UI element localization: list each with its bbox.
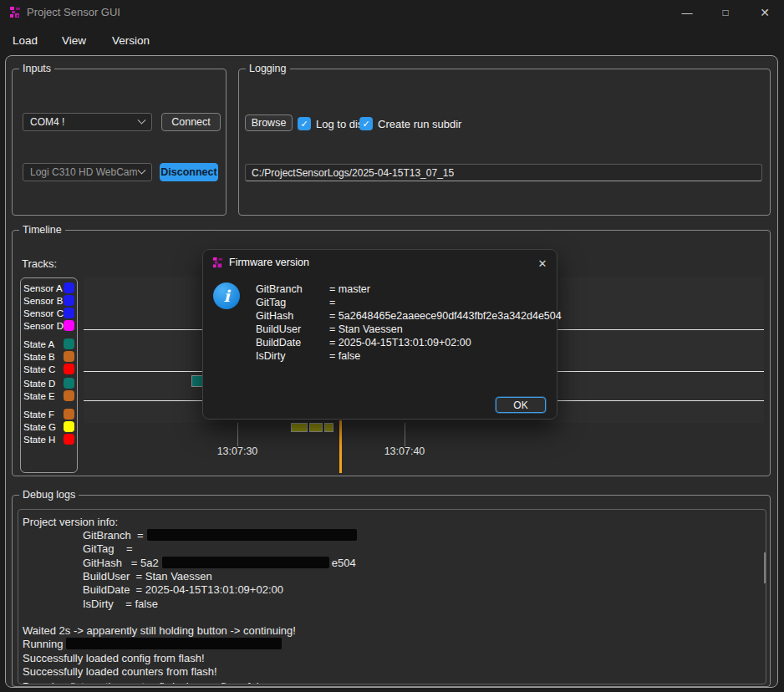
track-item[interactable]: State D xyxy=(23,377,74,389)
track-item[interactable]: State C xyxy=(23,363,74,375)
log-to-disk-checkbox[interactable]: ✓ xyxy=(298,117,311,130)
log-line: GitHash = 5a2e504 xyxy=(83,556,759,569)
create-run-subdir-label: Create run subdir xyxy=(378,118,461,130)
track-label: State B xyxy=(23,352,64,362)
dialog-row-value: = xyxy=(329,297,335,308)
log-line-clipped: Dumping (interesting parts of) device co… xyxy=(23,679,759,684)
track-item[interactable]: State F xyxy=(23,408,74,420)
menu-load[interactable]: Load xyxy=(8,33,43,48)
track-label: State A xyxy=(23,339,64,349)
track-label: State C xyxy=(23,364,64,374)
dialog-row-value: = 5a2648465e2aaeece90df443fbf2e3a342d4e5… xyxy=(329,310,562,322)
dialog-row-key: BuildUser xyxy=(256,323,301,335)
window-title: Project Sensor GUI xyxy=(27,6,120,18)
dialog-row-key: GitBranch xyxy=(256,283,303,295)
log-line: Running xyxy=(23,637,759,650)
browse-button[interactable]: Browse xyxy=(245,114,293,131)
track-item[interactable]: State H xyxy=(23,433,74,445)
camera-value: Logi C310 HD WebCam xyxy=(30,166,139,178)
log-line: IsDirty = false xyxy=(83,597,759,610)
track-label: Sensor D xyxy=(23,321,64,331)
com-port-value: COM4 ! xyxy=(30,116,139,128)
track-color-chip xyxy=(64,409,74,420)
track-label: Sensor A xyxy=(23,283,64,293)
track-item[interactable]: State A xyxy=(23,338,74,350)
com-port-select[interactable]: COM4 ! xyxy=(23,113,152,131)
maximize-button[interactable]: □ xyxy=(706,0,745,25)
track-color-chip xyxy=(64,295,74,306)
track-color-chip xyxy=(64,308,74,318)
track-item[interactable]: State E xyxy=(23,389,74,402)
create-run-subdir-checkbox[interactable]: ✓ xyxy=(359,117,373,130)
menu-view[interactable]: View xyxy=(57,33,91,48)
chevron-down-icon xyxy=(138,115,146,124)
track-label: State H xyxy=(23,435,64,445)
track-item[interactable]: State G xyxy=(23,420,74,433)
disconnect-button-label: Disconnect xyxy=(160,166,216,178)
axis-event-marker[interactable] xyxy=(324,423,333,432)
dialog-title: Firmware version xyxy=(229,257,309,268)
logging-group: Logging Browse ✓ Log to disk ✓ Create ru… xyxy=(238,69,771,216)
log-path-value: C:/ProjectSensorLogs/2025-04-15T13_07_15 xyxy=(252,167,454,179)
camera-select[interactable]: Logi C310 HD WebCam xyxy=(23,163,152,181)
axis-tick-label: 13:07:40 xyxy=(375,445,434,457)
scrollbar-thumb[interactable] xyxy=(764,552,766,583)
firmware-version-dialog: Firmware version ✕ i GitBranch = master … xyxy=(202,249,557,420)
track-item[interactable]: Sensor C xyxy=(23,307,74,319)
axis-event-marker[interactable] xyxy=(291,423,308,432)
dialog-row-key: GitHash xyxy=(256,310,293,322)
dialog-row-value: = master xyxy=(329,283,370,295)
track-item[interactable]: State B xyxy=(23,350,74,363)
track-label: State E xyxy=(23,391,64,401)
log-line: Project version info: xyxy=(23,515,759,528)
inputs-group: Inputs COM4 ! Connect Logi C310 HD WebCa… xyxy=(12,69,227,216)
track-color-chip xyxy=(64,434,74,445)
dialog-row-value: = 2025-04-15T13:01:09+02:00 xyxy=(329,337,471,349)
track-list: Sensor A Sensor B Sensor C Sensor D Stat… xyxy=(20,277,78,473)
track-label: State G xyxy=(23,422,64,432)
info-icon: i xyxy=(213,282,240,309)
app-window: Project Sensor GUI — □ ✕ Load View Versi… xyxy=(0,0,784,692)
log-path-input[interactable]: C:/ProjectSensorLogs/2025-04-15T13_07_15 xyxy=(245,164,762,181)
track-color-chip xyxy=(64,338,74,349)
log-line: BuildUser = Stan Vaessen xyxy=(83,569,759,583)
ok-button[interactable]: OK xyxy=(496,397,546,413)
debug-log-area[interactable]: Project version info: GitBranch = GitTag… xyxy=(18,509,766,684)
log-line: Successfully loaded config from flash! xyxy=(23,651,759,664)
track-label: State F xyxy=(23,410,64,420)
track-color-chip xyxy=(64,421,74,432)
dialog-app-icon xyxy=(211,257,224,269)
debug-logs-group: Debug logs Project version info: GitBran… xyxy=(12,495,771,687)
disconnect-button[interactable]: Disconnect xyxy=(160,163,218,181)
track-label: State D xyxy=(23,379,64,389)
title-bar: Project Sensor GUI — □ ✕ xyxy=(0,0,784,25)
timeline-cursor[interactable] xyxy=(339,420,342,473)
track-label: Sensor B xyxy=(23,296,64,306)
axis-tick xyxy=(237,423,238,446)
track-item[interactable]: Sensor A xyxy=(23,282,74,294)
dialog-row-key: BuildDate xyxy=(256,337,301,349)
track-color-chip xyxy=(64,320,74,331)
dialog-row-key: IsDirty xyxy=(256,350,285,362)
check-icon: ✓ xyxy=(300,119,308,130)
app-icon xyxy=(8,6,22,19)
dialog-row-value: = false xyxy=(329,350,360,362)
close-button[interactable]: ✕ xyxy=(746,0,784,25)
minimize-button[interactable]: — xyxy=(668,0,706,25)
redaction-bar xyxy=(162,557,329,568)
axis-event-marker[interactable] xyxy=(309,423,323,432)
check-icon: ✓ xyxy=(362,119,369,130)
dialog-row-key: GitTag xyxy=(256,297,286,308)
connect-button[interactable]: Connect xyxy=(161,113,221,131)
track-item[interactable]: Sensor D xyxy=(23,319,74,332)
track-color-chip xyxy=(64,390,74,401)
log-line: GitBranch = xyxy=(83,528,759,542)
redaction-bar xyxy=(147,529,357,541)
ok-button-label: OK xyxy=(513,399,527,411)
log-line: GitTag = xyxy=(83,542,759,555)
menu-version[interactable]: Version xyxy=(107,33,155,48)
chevron-down-icon xyxy=(138,165,146,174)
dialog-close-icon[interactable]: ✕ xyxy=(532,254,552,272)
debug-logs-group-label: Debug logs xyxy=(19,489,79,501)
track-item[interactable]: Sensor B xyxy=(23,294,74,307)
